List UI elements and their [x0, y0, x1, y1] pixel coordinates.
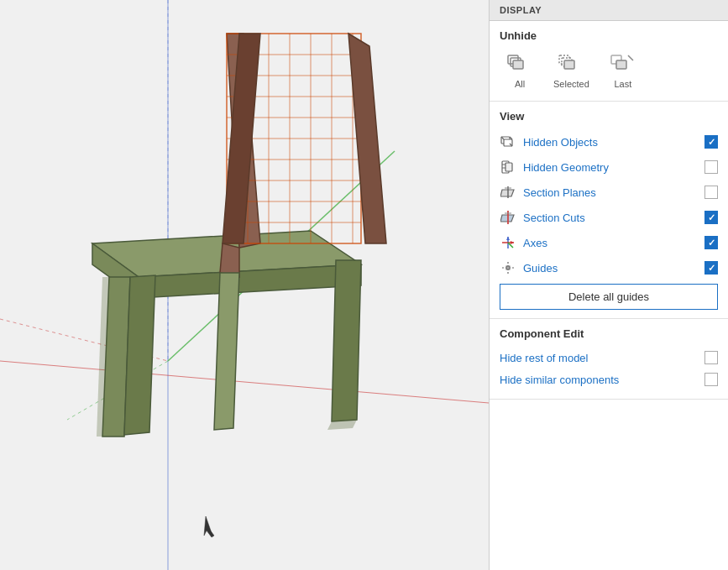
- component-edit-title: Component Edit: [500, 327, 718, 340]
- unhide-selected-icon: [558, 52, 584, 76]
- svg-marker-33: [332, 260, 361, 421]
- section-planes-item: Section Planes: [500, 180, 718, 205]
- unhide-title: Unhide: [500, 29, 718, 42]
- hide-similar-item: Hide similar components: [500, 369, 718, 390]
- hidden-objects-label[interactable]: Hidden Objects: [523, 136, 698, 149]
- svg-rect-39: [513, 60, 523, 69]
- hide-similar-label[interactable]: Hide similar components: [500, 374, 698, 386]
- unhide-selected-button[interactable]: Selected: [547, 49, 596, 92]
- unhide-all-button[interactable]: All: [500, 49, 540, 92]
- section-planes-icon: [500, 184, 516, 201]
- svg-rect-54: [505, 163, 512, 171]
- section-cuts-checkbox[interactable]: [704, 211, 718, 224]
- section-cuts-label[interactable]: Section Cuts: [523, 212, 698, 224]
- svg-rect-44: [616, 60, 626, 69]
- svg-marker-58: [500, 215, 514, 222]
- svg-rect-42: [564, 60, 574, 69]
- unhide-buttons-row: All Selected Last: [500, 49, 718, 92]
- view-section: View Hidden Objects: [490, 102, 728, 319]
- hide-rest-item: Hide rest of model: [500, 347, 718, 369]
- svg-marker-28: [220, 243, 239, 277]
- svg-rect-68: [506, 266, 510, 269]
- svg-marker-55: [500, 190, 514, 196]
- display-panel: DISPLAY Unhide All Selecte: [489, 0, 728, 570]
- axes-icon: [500, 234, 516, 251]
- axes-item: Axes: [500, 230, 718, 255]
- svg-marker-31: [124, 275, 155, 435]
- guides-item: Guides: [500, 255, 718, 280]
- view-title: View: [500, 110, 718, 123]
- axes-label[interactable]: Axes: [523, 237, 698, 249]
- axes-checkbox[interactable]: [704, 236, 718, 249]
- hidden-objects-item: Hidden Objects: [500, 129, 718, 154]
- unhide-section: Unhide All Selected: [490, 21, 728, 102]
- unhide-last-button[interactable]: Last: [603, 49, 643, 92]
- section-cuts-icon: [500, 209, 516, 226]
- hide-rest-label[interactable]: Hide rest of model: [500, 352, 698, 364]
- 3d-viewport[interactable]: [0, 0, 489, 570]
- svg-marker-64: [506, 237, 510, 240]
- component-edit-section: Component Edit Hide rest of model Hide s…: [490, 319, 728, 400]
- svg-line-45: [628, 55, 633, 60]
- unhide-last-icon: [610, 52, 636, 76]
- guides-checkbox[interactable]: [704, 261, 718, 275]
- hidden-geometry-label[interactable]: Hidden Geometry: [523, 161, 698, 174]
- unhide-all-icon: [506, 52, 533, 76]
- hidden-geometry-checkbox[interactable]: [704, 160, 718, 174]
- section-planes-label[interactable]: Section Planes: [523, 186, 698, 199]
- section-planes-checkbox[interactable]: [704, 186, 718, 199]
- svg-marker-65: [511, 241, 514, 244]
- hide-similar-checkbox[interactable]: [704, 373, 718, 386]
- hide-rest-checkbox[interactable]: [704, 351, 718, 364]
- hidden-objects-checkbox[interactable]: [704, 135, 718, 149]
- section-cuts-item: Section Cuts: [500, 205, 718, 230]
- hidden-geometry-item: Hidden Geometry: [500, 154, 718, 180]
- delete-guides-button[interactable]: Delete all guides: [500, 284, 718, 310]
- hidden-geometry-icon: [500, 159, 516, 175]
- panel-header: DISPLAY: [490, 0, 728, 21]
- hidden-objects-icon: [500, 133, 516, 150]
- guides-label[interactable]: Guides: [523, 262, 698, 275]
- guides-icon: [500, 259, 516, 276]
